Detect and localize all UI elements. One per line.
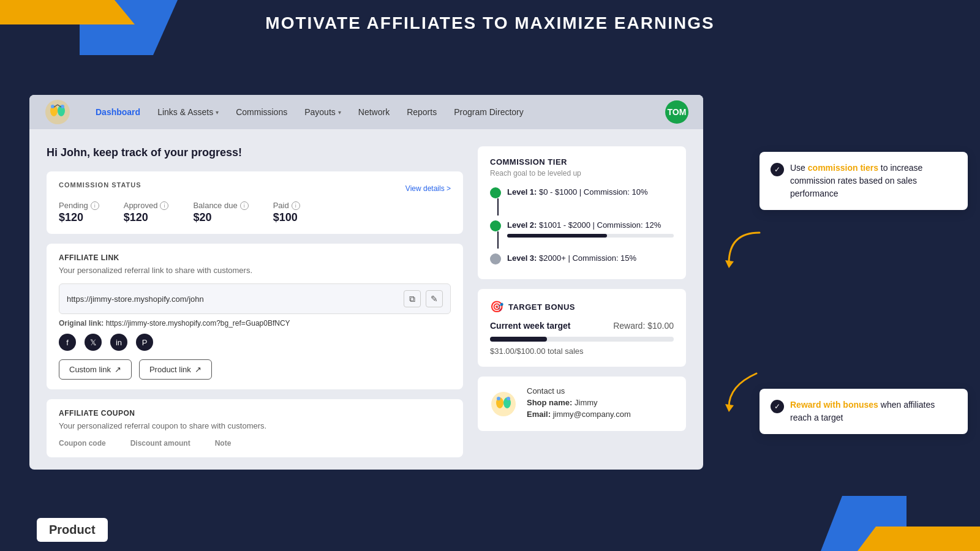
tier-card-subtitle: Reach goal to be leveled up: [490, 169, 674, 178]
user-avatar[interactable]: TOM: [665, 100, 688, 124]
nav-program-directory[interactable]: Program Directory: [454, 107, 524, 117]
navbar: Dashboard Links & Assets ▾ Commissions P…: [29, 95, 703, 129]
left-panel: Hi John, keep track of your progress! CO…: [47, 146, 463, 457]
external-link-icon: ↗: [115, 365, 121, 374]
balance-due-amount: $20: [193, 211, 248, 224]
product-link-external-icon: ↗: [195, 365, 202, 374]
twitter-icon[interactable]: 𝕏: [85, 334, 102, 351]
payouts-chevron: ▾: [338, 109, 341, 116]
nav-payouts[interactable]: Payouts ▾: [304, 107, 341, 117]
svg-point-7: [491, 392, 516, 416]
callout-reward-bonuses: ✓ Reward with bonuses when affiliates re…: [760, 389, 968, 434]
tier-level-1: Level 1: $0 - $1000 | Commission: 10%: [490, 186, 674, 216]
svg-marker-12: [725, 260, 734, 268]
original-link-row: Original link: https://jimmy-store.mysho…: [59, 319, 451, 328]
bonus-week-label: Current week target: [490, 321, 570, 331]
affiliate-link-title: AFFILIATE LINK: [59, 253, 451, 262]
tier-dot-2: [490, 220, 501, 231]
tier-dot-3: [490, 253, 501, 264]
logo: [44, 99, 71, 126]
discount-amount-col: Discount amount: [130, 439, 190, 448]
paid-label: Paid i: [273, 201, 300, 210]
affiliate-coupon-title: AFFILIATE COUPON: [59, 409, 451, 418]
bonus-icon: 🎯: [490, 300, 503, 313]
affiliate-coupon-section: AFFILIATE COUPON Your personalized refer…: [47, 399, 463, 457]
svg-point-10: [497, 397, 500, 400]
affiliate-link-desc: Your personalized referral link to share…: [59, 266, 451, 275]
contact-info: Contact us Shop name: Jimmy Email: jimmy…: [527, 386, 631, 421]
navbar-links: Dashboard Links & Assets ▾ Commissions P…: [96, 107, 665, 117]
tier-level-3: Level 3: $2000+ | Commission: 15%: [490, 252, 674, 264]
social-icons-row: f 𝕏 in P: [59, 334, 451, 351]
custom-link-button[interactable]: Custom link ↗: [59, 359, 132, 380]
svg-marker-13: [725, 404, 734, 412]
commission-approved: Approved i $120: [124, 201, 169, 224]
callout-bottom-check-icon: ✓: [771, 400, 784, 413]
link-input-row: https://jimmy-store.myshopify.com/john ⧉…: [59, 283, 451, 314]
linkedin-icon[interactable]: in: [110, 334, 127, 351]
tier-level-2-label: Level 2: $1001 - $2000 | Commission: 12%: [507, 220, 661, 230]
facebook-icon[interactable]: f: [59, 334, 76, 351]
corner-gold-decoration: [0, 0, 135, 24]
arrow-bottom: [717, 367, 766, 419]
target-bonus-card: 🎯 TARGET BONUS Current week target Rewar…: [478, 289, 686, 367]
bottom-gold-decoration: [858, 527, 980, 551]
paid-amount: $100: [273, 211, 300, 224]
nav-network[interactable]: Network: [358, 107, 390, 117]
contact-card: Contact us Shop name: Jimmy Email: jimmy…: [478, 377, 686, 431]
product-link-button[interactable]: Product link ↗: [139, 359, 212, 380]
bonus-progress-track: [490, 337, 674, 342]
coupon-code-col: Coupon code: [59, 439, 106, 448]
contact-email: Email: jimmy@company.com: [527, 410, 631, 419]
pending-amount: $120: [59, 211, 99, 224]
commission-balance-due: Balance due i $20: [193, 201, 248, 224]
svg-point-11: [507, 397, 510, 400]
nav-reports[interactable]: Reports: [407, 107, 437, 117]
commission-paid: Paid i $100: [273, 201, 300, 224]
contact-shop: Shop name: Jimmy: [527, 398, 631, 407]
approved-label: Approved i: [124, 201, 169, 210]
bonus-week-row: Current week target Reward: $10.00: [490, 321, 674, 331]
tier-dot-1: [490, 187, 501, 198]
tier-level-1-info: Level 1: $0 - $1000 | Commission: 10%: [507, 186, 674, 197]
commission-pending: Pending i $120: [59, 201, 99, 224]
links-assets-chevron: ▾: [216, 109, 219, 116]
edit-link-button[interactable]: ✎: [426, 290, 443, 307]
pending-label: Pending i: [59, 201, 99, 210]
dashboard-content: Hi John, keep track of your progress! CO…: [29, 129, 703, 470]
pinterest-icon[interactable]: P: [136, 334, 153, 351]
copy-link-button[interactable]: ⧉: [404, 290, 421, 307]
callout-top-check-icon: ✓: [771, 163, 784, 176]
coupon-table-header: Coupon code Discount amount Note: [59, 439, 451, 448]
commission-row: Pending i $120 Approved i $120: [59, 201, 451, 224]
tier-level-2-info: Level 2: $1001 - $2000 | Commission: 12%: [507, 219, 674, 238]
callout-top-text: Use commission tiers to increase commiss…: [790, 162, 957, 200]
main-card: Dashboard Links & Assets ▾ Commissions P…: [29, 95, 703, 470]
affiliate-coupon-desc: Your personalized referral coupon to sha…: [59, 421, 451, 430]
nav-commissions[interactable]: Commissions: [236, 107, 287, 117]
tier-connector-2: [497, 231, 499, 249]
bonus-header: 🎯 TARGET BONUS: [490, 300, 674, 313]
view-details-link[interactable]: View details >: [405, 184, 451, 193]
bonus-sales-text: $31.00/$100.00 total sales: [490, 347, 674, 356]
bonus-title: TARGET BONUS: [508, 302, 575, 312]
tier-level-3-label: Level 3: $2000+ | Commission: 15%: [507, 253, 636, 263]
original-link-url: https://jimmy-store.myshopify.com?bg_ref…: [106, 319, 290, 328]
nav-dashboard[interactable]: Dashboard: [96, 107, 140, 117]
balance-due-info-icon: i: [240, 201, 249, 210]
pending-info-icon: i: [91, 201, 99, 210]
nav-links-assets[interactable]: Links & Assets ▾: [157, 107, 219, 117]
arrow-top: [717, 227, 766, 278]
affiliate-url: https://jimmy-store.myshopify.com/john: [67, 294, 399, 304]
commission-status-card: COMMISSION STATUS View details > Pending…: [47, 171, 463, 234]
product-label: Product: [37, 518, 108, 542]
note-col: Note: [215, 439, 232, 448]
svg-point-0: [45, 100, 70, 124]
callout-bottom-text: Reward with bonuses when affiliates reac…: [790, 399, 957, 424]
level-2-progress-fill: [507, 234, 607, 238]
tier-level-1-label: Level 1: $0 - $1000 | Commission: 10%: [507, 187, 648, 197]
balance-due-label: Balance due i: [193, 201, 248, 210]
contact-title: Contact us: [527, 386, 631, 395]
greeting-text: Hi John, keep track of your progress!: [47, 146, 463, 159]
right-panel: COMMISSION TIER Reach goal to be leveled…: [478, 146, 686, 457]
